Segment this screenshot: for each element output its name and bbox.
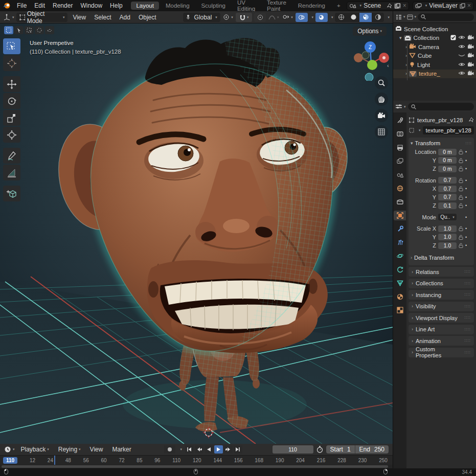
rotation-x-field[interactable]: 0.7 (438, 186, 457, 192)
editor-type-viewport-icon[interactable]: ▾ (3, 14, 14, 20)
proportional-editing-toggle[interactable] (254, 13, 266, 22)
mode-selector[interactable]: Object Mode ▾ (16, 13, 68, 22)
panel-line-art[interactable]: ›Line Art∷∷ (409, 325, 474, 334)
tool-cursor[interactable] (3, 55, 20, 71)
animate-dot-icon[interactable]: • (465, 186, 467, 191)
select-mode-extra-button[interactable] (45, 26, 54, 34)
lock-icon[interactable] (459, 203, 463, 208)
tab-tool[interactable] (394, 116, 406, 125)
viewport-menu-select[interactable]: Select (91, 14, 114, 21)
shading-rendered-button[interactable] (372, 13, 384, 22)
tab-texture[interactable] (394, 305, 406, 315)
tool-move[interactable] (3, 76, 20, 92)
tab-constraints[interactable] (394, 265, 406, 275)
xray-toggle[interactable] (315, 13, 328, 22)
zoom-icon[interactable] (375, 76, 388, 89)
tab-render[interactable] (394, 129, 406, 139)
lock-icon[interactable] (459, 226, 463, 231)
tab-collection[interactable] (394, 197, 406, 207)
collection-hide-icon[interactable] (458, 35, 465, 41)
outliner-filter-icon[interactable]: ▾ (407, 14, 417, 20)
animate-dot-icon[interactable]: • (465, 243, 467, 248)
tool-measure[interactable] (3, 165, 20, 180)
viewport-canvas[interactable]: User Prempetive (110) Collection | textu… (0, 24, 393, 444)
object-name-field[interactable]: texture_pbr_v128 (423, 126, 474, 134)
tab-world[interactable] (394, 184, 406, 193)
tool-add-cube[interactable] (3, 186, 20, 201)
transform-panel-header[interactable]: ▾ Transform ∷∷ (411, 139, 472, 148)
scale-y-field[interactable]: 1.0 (438, 234, 457, 240)
properties-pin-icon[interactable] (468, 117, 474, 124)
tab-scene[interactable] (394, 170, 406, 179)
panel-visibility[interactable]: ›Visibility∷∷ (409, 302, 474, 311)
timeline-scrollbar[interactable] (0, 465, 393, 468)
outliner-row-texture-object[interactable]: › texture_ (393, 70, 476, 79)
panel-relations[interactable]: ›Relatians∷∷ (409, 267, 474, 277)
collection-expand-icon[interactable]: ▾ (399, 35, 402, 40)
viewlayer-name[interactable]: ViewLayer (429, 2, 458, 9)
end-frame-field[interactable]: End250 (355, 446, 389, 453)
texture-hide-icon[interactable] (458, 71, 465, 77)
outliner-row-light[interactable]: › Light (393, 60, 476, 70)
camera-view-icon[interactable] (375, 109, 388, 122)
snap-toggle[interactable]: ▾ (236, 13, 252, 22)
camera-render-icon[interactable] (467, 44, 474, 50)
lock-icon[interactable] (459, 166, 463, 171)
workspace-tab-sculpting[interactable]: Sculpting (196, 2, 231, 10)
shading-solid-button[interactable] (347, 13, 359, 22)
lock-icon[interactable] (459, 186, 463, 191)
light-render-icon[interactable] (467, 62, 474, 68)
outliner-row-camera[interactable]: › Camera (393, 42, 476, 52)
play-reverse-button[interactable] (205, 445, 213, 454)
panel-custom-properties[interactable]: ›Custom Properties∷∷ (409, 348, 474, 357)
tool-annotate[interactable] (3, 148, 20, 164)
animate-dot-icon[interactable]: • (465, 235, 467, 240)
editor-type-outliner-icon[interactable]: ▾ (395, 14, 405, 20)
delta-transform-header[interactable]: ›Delta Transform (411, 253, 472, 262)
jump-to-start-button[interactable] (185, 445, 194, 454)
perspective-toggle-icon[interactable] (375, 125, 388, 139)
gizmo-y-neg-axis[interactable] (362, 52, 369, 59)
gizmo-y-axis[interactable] (367, 60, 377, 70)
outliner-search-input[interactable] (418, 13, 474, 21)
options-button[interactable]: Options ▾ (353, 27, 387, 36)
animate-dot-icon[interactable]: • (465, 149, 467, 154)
tab-output[interactable] (394, 143, 406, 152)
show-gizmo-dropdown[interactable]: ▾ (281, 13, 293, 22)
location-x-field[interactable]: 0 m (438, 149, 457, 155)
tab-object-data[interactable] (394, 278, 406, 288)
viewlayer-selector[interactable]: ▾ ViewLayer × (413, 2, 473, 10)
location-y-field[interactable]: 0 m (438, 157, 457, 164)
collapse-region-icon[interactable]: ‹ (387, 62, 389, 69)
rotation-w-field[interactable]: 0.7 (438, 177, 457, 184)
lock-icon[interactable] (459, 149, 463, 154)
menu-file[interactable]: File (13, 2, 30, 10)
select-mode-circle-button[interactable] (25, 26, 34, 34)
auto-keying-record-button[interactable] (164, 445, 175, 454)
viewport-menu-view[interactable]: View (70, 14, 89, 21)
animate-dot-icon[interactable]: • (465, 158, 467, 163)
animate-dot-icon[interactable]: • (465, 215, 467, 220)
proportional-falloff-dropdown[interactable]: ▾ (268, 13, 280, 22)
timeline-menu-keying[interactable]: Reying▾ (55, 446, 84, 453)
blender-logo-icon[interactable] (3, 2, 11, 9)
menu-render[interactable]: Render (49, 2, 76, 10)
lock-icon[interactable] (459, 243, 463, 248)
new-viewlayer-icon[interactable] (460, 3, 465, 9)
shading-material-button[interactable] (359, 13, 372, 22)
animate-dot-icon[interactable]: • (465, 195, 467, 200)
tab-view-layer[interactable] (394, 156, 406, 166)
tool-rotate[interactable] (3, 93, 20, 109)
cube-render-icon[interactable] (467, 53, 474, 59)
timeline-menu-view[interactable]: View (87, 446, 106, 453)
menu-edit[interactable]: Edit (31, 2, 49, 10)
menu-window[interactable]: Window (77, 2, 106, 10)
animate-dot-icon[interactable]: • (465, 166, 467, 171)
light-hide-icon[interactable] (458, 62, 465, 68)
new-scene-copy-icon[interactable] (394, 3, 401, 9)
pan-hand-icon[interactable] (375, 93, 388, 106)
collection-render-icon[interactable] (467, 35, 474, 41)
tool-select-box[interactable] (3, 38, 20, 54)
scale-z-field[interactable]: 1.0 (438, 242, 457, 249)
select-mode-box-button[interactable] (14, 26, 24, 34)
